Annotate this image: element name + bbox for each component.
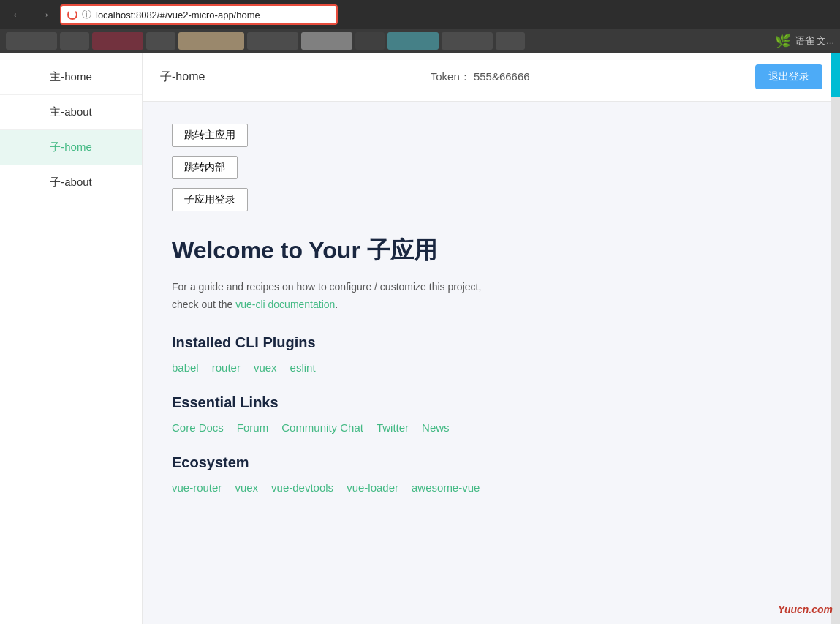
ecosystem-title: Ecosystem (172, 454, 811, 471)
link-vue-loader[interactable]: vue-loader (347, 481, 398, 494)
plugin-router[interactable]: router (212, 361, 241, 374)
bookmark-7[interactable] (301, 32, 352, 50)
login-button[interactable]: 子应用登录 (172, 188, 248, 211)
token-value: 555&66666 (474, 70, 530, 83)
logout-button[interactable]: 退出登录 (755, 64, 822, 89)
bookmark-9[interactable] (387, 32, 439, 50)
desc-text-2: check out the (172, 298, 235, 310)
bookmark-6[interactable] (247, 32, 298, 50)
bookmark-1[interactable] (6, 32, 57, 50)
forward-button[interactable]: → (34, 6, 54, 24)
link-vue-router[interactable]: vue-router (172, 481, 222, 494)
vue-cli-doc-link[interactable]: vue-cli documentation (235, 298, 335, 310)
welcome-description: For a guide and recipes on how to config… (172, 279, 811, 314)
ecosystem-list: vue-router vuex vue-devtools vue-loader … (172, 481, 811, 494)
address-bar[interactable]: ⓘ localhost:8082/#/vue2-micro-app/home (60, 4, 338, 25)
links-title: Essential Links (172, 394, 811, 411)
plugins-list: babel router vuex eslint (172, 361, 811, 374)
desc-end: . (335, 298, 338, 310)
header-bar: 子-home Token： 555&66666 退出登录 (143, 53, 840, 102)
plugin-eslint[interactable]: eslint (290, 361, 316, 374)
bookmark-11[interactable] (496, 32, 525, 50)
back-button[interactable]: ← (7, 6, 28, 24)
link-vue-devtools[interactable]: vue-devtools (271, 481, 333, 494)
bookmark-3[interactable] (92, 32, 143, 50)
reload-spinner (67, 10, 77, 20)
content-body: 跳转主应用 跳转内部 子应用登录 Welcome to Your 子应用 For… (143, 102, 840, 516)
sidebar-item-sub-home[interactable]: 子-home (0, 130, 142, 165)
jump-inner-button[interactable]: 跳转内部 (172, 156, 238, 179)
desc-text-1: For a guide and recipes on how to config… (172, 281, 481, 293)
main-content: 子-home Token： 555&66666 退出登录 跳转主应用 跳转内部 … (143, 53, 840, 624)
link-vuex[interactable]: vuex (235, 481, 258, 494)
bookmark-4[interactable] (146, 32, 175, 50)
app-container: 主-home 主-about 子-home 子-about 子-home Tok… (0, 53, 840, 624)
essential-links-list: Core Docs Forum Community Chat Twitter N… (172, 421, 811, 434)
token-display: Token： 555&66666 (431, 70, 530, 84)
scroll-track[interactable] (831, 53, 840, 624)
watermark: Yuucn.com (778, 604, 833, 615)
info-icon: ⓘ (82, 8, 91, 21)
bookmark-8[interactable] (355, 32, 385, 50)
extension-icon: 🌿 (775, 33, 791, 49)
extension-label: 语雀 文... (795, 34, 834, 48)
sidebar-item-sub-about[interactable]: 子-about (0, 165, 142, 200)
extension-area: 🌿 语雀 文... (775, 33, 834, 49)
welcome-title: Welcome to Your 子应用 (172, 235, 811, 267)
link-news[interactable]: News (422, 421, 450, 434)
scroll-thumb[interactable] (831, 53, 840, 97)
sidebar: 主-home 主-about 子-home 子-about (0, 53, 143, 624)
token-label: Token： (431, 70, 471, 83)
link-core-docs[interactable]: Core Docs (172, 421, 224, 434)
link-community-chat[interactable]: Community Chat (281, 421, 363, 434)
bookmark-2[interactable] (60, 32, 89, 50)
plugins-title: Installed CLI Plugins (172, 334, 811, 351)
plugin-babel[interactable]: babel (172, 361, 199, 374)
link-awesome-vue[interactable]: awesome-vue (412, 481, 480, 494)
sidebar-item-main-home[interactable]: 主-home (0, 60, 142, 95)
plugin-vuex[interactable]: vuex (254, 361, 277, 374)
url-display[interactable]: localhost:8082/#/vue2-micro-app/home (96, 10, 260, 20)
browser-chrome: ← → ⓘ localhost:8082/#/vue2-micro-app/ho… (0, 0, 840, 29)
bookmark-5[interactable] (178, 32, 244, 50)
link-twitter[interactable]: Twitter (377, 421, 409, 434)
jump-main-button[interactable]: 跳转主应用 (172, 124, 248, 147)
bookmark-10[interactable] (442, 32, 493, 50)
page-subtitle: 子-home (160, 69, 205, 85)
sidebar-item-main-about[interactable]: 主-about (0, 95, 142, 130)
bookmarks-bar: 🌿 语雀 文... (0, 29, 840, 53)
link-forum[interactable]: Forum (237, 421, 268, 434)
